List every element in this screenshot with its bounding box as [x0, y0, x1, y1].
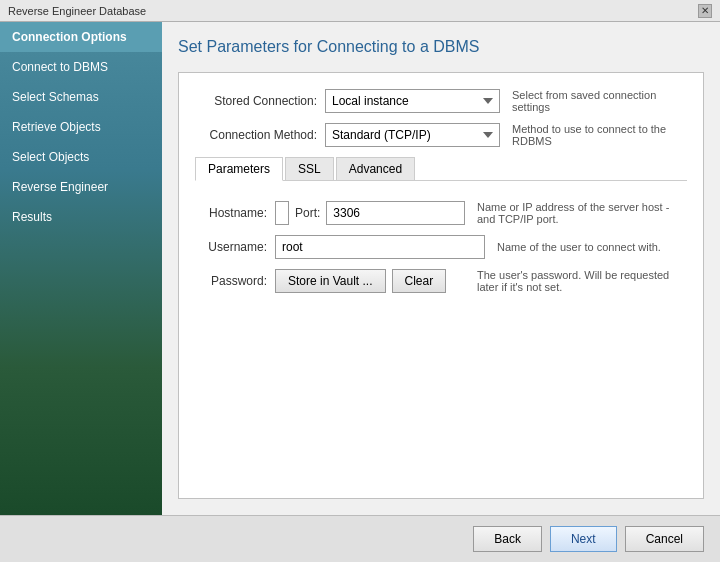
hostname-input[interactable]: [275, 201, 289, 225]
hostname-label: Hostname:: [195, 206, 275, 220]
tab-parameters[interactable]: Parameters: [195, 157, 283, 181]
stored-connection-hint: Select from saved connection settings: [512, 89, 687, 113]
sidebar: Connection Options Connect to DBMS Selec…: [0, 22, 162, 515]
store-in-vault-button[interactable]: Store in Vault ...: [275, 269, 386, 293]
cancel-button[interactable]: Cancel: [625, 526, 704, 552]
page-title: Set Parameters for Connecting to a DBMS: [178, 38, 704, 56]
connection-method-row: Connection Method: Standard (TCP/IP) Met…: [195, 123, 687, 147]
connection-method-select[interactable]: Standard (TCP/IP): [325, 123, 500, 147]
form-area: Stored Connection: Local instance Select…: [178, 72, 704, 499]
sidebar-item-retrieve-objects[interactable]: Retrieve Objects: [0, 112, 162, 142]
sidebar-item-select-objects[interactable]: Select Objects: [0, 142, 162, 172]
tab-ssl[interactable]: SSL: [285, 157, 334, 180]
title-bar-text: Reverse Engineer Database: [8, 5, 146, 17]
sidebar-item-connection-options[interactable]: Connection Options: [0, 22, 162, 52]
connection-method-control: Standard (TCP/IP): [325, 123, 500, 147]
tabs-container: Parameters SSL Advanced: [195, 157, 687, 181]
stored-connection-select[interactable]: Local instance: [325, 89, 500, 113]
main-container: Connection Options Connect to DBMS Selec…: [0, 22, 720, 515]
close-icon[interactable]: ✕: [698, 4, 712, 18]
password-label: Password:: [195, 274, 275, 288]
port-label: Port:: [295, 206, 320, 220]
stored-connection-row: Stored Connection: Local instance Select…: [195, 89, 687, 113]
bottom-bar: Back Next Cancel: [0, 515, 720, 562]
title-bar: Reverse Engineer Database ✕: [0, 0, 720, 22]
tab-advanced[interactable]: Advanced: [336, 157, 415, 180]
username-label: Username:: [195, 240, 275, 254]
right-panel: Set Parameters for Connecting to a DBMS …: [162, 22, 720, 515]
connection-method-hint: Method to use to connect to the RDBMS: [512, 123, 687, 147]
username-input[interactable]: [275, 235, 485, 259]
parameters-content: Hostname: Port: Name or IP address of th…: [195, 193, 687, 311]
sidebar-item-results[interactable]: Results: [0, 202, 162, 232]
password-row: Password: Store in Vault ... Clear The u…: [195, 269, 687, 293]
username-row: Username: Name of the user to connect wi…: [195, 235, 687, 259]
password-control: Store in Vault ... Clear: [275, 269, 465, 293]
username-control: [275, 235, 485, 259]
hostname-row: Hostname: Port: Name or IP address of th…: [195, 201, 687, 225]
port-input[interactable]: [326, 201, 465, 225]
password-hint: The user's password. Will be requested l…: [477, 269, 687, 293]
stored-connection-control: Local instance: [325, 89, 500, 113]
sidebar-item-select-schemas[interactable]: Select Schemas: [0, 82, 162, 112]
sidebar-item-connect-to-dbms[interactable]: Connect to DBMS: [0, 52, 162, 82]
connection-method-label: Connection Method:: [195, 128, 325, 142]
password-btn-row: Store in Vault ... Clear: [275, 269, 465, 293]
back-button[interactable]: Back: [473, 526, 542, 552]
username-hint: Name of the user to connect with.: [497, 241, 661, 253]
clear-button[interactable]: Clear: [392, 269, 447, 293]
stored-connection-label: Stored Connection:: [195, 94, 325, 108]
next-button[interactable]: Next: [550, 526, 617, 552]
sidebar-item-reverse-engineer[interactable]: Reverse Engineer: [0, 172, 162, 202]
hostname-hint: Name or IP address of the server host - …: [477, 201, 687, 225]
hostname-port-group: Port:: [275, 201, 465, 225]
